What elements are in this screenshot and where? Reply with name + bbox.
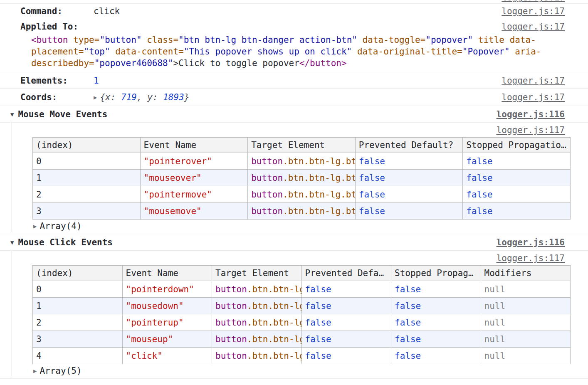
table-cell: 1 [33,170,141,186]
cell-value: false [395,334,421,344]
collapse-triangle-icon[interactable]: ▼ [10,111,14,118]
table-header-cell[interactable]: Prevented Default? [301,266,391,281]
cell-value: "mouseup" [126,334,173,344]
code-token: title [478,35,504,45]
cell-value: false [305,284,331,294]
table-header-cell[interactable]: Target Element [212,266,302,281]
table-cell: null [481,331,571,348]
element-tag: button [215,334,247,344]
code-token: "popover" [425,35,473,45]
table-cell: 2 [33,314,123,331]
table-header-cell[interactable]: (index) [33,138,141,153]
cell-value: null [484,351,506,361]
element-preview[interactable]: <button type="button" class="btn btn-lg … [0,34,588,69]
cell-value: false [466,206,492,216]
table-header-cell[interactable]: Modifiers [481,266,571,281]
element-tag: button [251,173,283,183]
cell-value: 3 [36,334,42,344]
code-token [352,47,357,57]
table-cell: false [463,186,571,203]
element-tag: button [251,190,283,200]
table-header-cell[interactable]: Stopped Propagation? [391,266,481,281]
source-link[interactable]: logger.js:17 [502,22,565,32]
expand-triangle-icon[interactable]: ▶ [33,223,37,230]
clipped-top-message: logger.js:17 [0,0,588,4]
code-token: </button> [299,58,347,68]
code-token: >Click to toggle popover [173,58,299,68]
table-cell: "mousedown" [122,298,212,314]
element-classes: .btn.btn-lg.btn-danger.action-btn [283,156,355,166]
cell-value: false [466,156,492,166]
applied-to-label: Applied To: [20,22,94,32]
table-cell: "pointermove" [140,186,248,203]
group-header[interactable]: ▼ Mouse Click Events logger.js:116 [0,234,588,251]
table-cell: "pointerover" [140,153,248,170]
source-link[interactable]: logger.js:116 [497,237,565,247]
source-link[interactable]: logger.js:17 [502,92,565,102]
table-cell: button.btn.btn-lg.btn-danger.action-btn [248,170,356,186]
source-link[interactable]: logger.js:17 [502,76,565,86]
applied-to-message: Applied To: logger.js:17 <button type="b… [0,19,588,73]
group-header[interactable]: ▼ Mouse Move Events logger.js:116 [0,106,588,123]
table-cell: false [355,170,463,186]
table-cell: "mousemove" [140,203,248,220]
table-row: 3"mousemove"button.btn.btn-lg.btn-danger… [33,203,571,220]
code-token: class= [147,35,178,45]
code-token [357,35,363,45]
group-body: logger.js:117 (index)Event NameTarget El… [0,251,588,379]
table-cell: false [301,298,391,314]
code-token [68,35,74,45]
event-table: (index)Event NameTarget ElementPrevented… [32,137,571,220]
elements-label: Elements: [20,76,94,86]
cell-value: false [466,190,492,200]
code-token: <button [31,35,68,45]
cell-value: null [484,318,506,328]
table-cell: 4 [33,348,123,364]
cell-value: null [484,334,506,344]
source-link[interactable]: logger.js:117 [497,253,565,263]
array-preview[interactable]: ▶ Array(4) [0,220,588,233]
table-header-cell[interactable]: Target Element [248,138,356,153]
code-token: data- [510,35,536,45]
source-link[interactable]: logger.js:17 [502,0,565,2]
table-header-cell[interactable]: Prevented Default? [355,138,463,153]
table-row: 4"click"button.btn.btn-lg.btn-danger.act… [33,348,571,364]
cell-value: null [484,301,506,311]
coords-object-preview[interactable]: {x: 719, y: 1893} [100,92,189,102]
table-cell: false [391,331,481,348]
table-cell: false [391,314,481,331]
collapse-triangle-icon[interactable]: ▼ [10,239,14,246]
code-token: {x: [100,92,121,102]
table-header-cell[interactable]: Stopped Propagation? [463,138,571,153]
table-row: 1"mousedown"button.btn.btn-lg.btn-danger… [33,298,571,314]
source-link[interactable]: logger.js:116 [497,109,565,119]
code-token: 719 [121,92,137,102]
cell-value: "pointerdown" [126,284,194,294]
array-preview[interactable]: ▶ Array(5) [0,364,588,378]
source-link[interactable]: logger.js:117 [497,125,565,135]
table-cell: 3 [33,331,123,348]
cell-value: false [466,173,492,183]
cell-value: false [359,156,385,166]
cell-value: 0 [36,156,42,166]
code-token: placement= [31,47,84,57]
table-header-cell[interactable]: Event Name [122,266,212,281]
table-cell: button.btn.btn-lg.btn-danger.action-btn [212,314,302,331]
cell-value: false [395,301,421,311]
element-classes: .btn.btn-lg.btn-danger.action-btn [247,318,301,328]
table-cell: 0 [33,153,141,170]
table-row: 2"pointerup"button.btn.btn-lg.btn-danger… [33,314,571,331]
cell-value: 4 [36,351,42,361]
table-header-cell[interactable]: Event Name [140,138,248,153]
expand-triangle-icon[interactable]: ▶ [94,94,97,101]
source-link[interactable]: logger.js:17 [502,6,565,16]
table-cell: button.btn.btn-lg.btn-danger.action-btn [248,186,356,203]
element-tag: button [251,156,283,166]
table-cell: false [355,153,463,170]
table-header-cell[interactable]: (index) [33,266,123,281]
cell-value: false [359,190,385,200]
table-cell: false [301,348,391,364]
expand-triangle-icon[interactable]: ▶ [33,368,37,374]
code-token: "Popover" [462,47,510,57]
cell-value: "mouseover" [144,173,202,183]
